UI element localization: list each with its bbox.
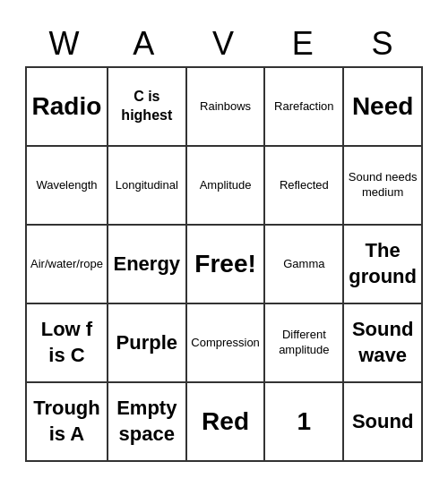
table-row: Radio (27, 68, 108, 147)
table-row: Red (187, 383, 266, 462)
table-row: 1 (265, 383, 344, 462)
header-letter: V (185, 25, 264, 63)
table-row: Empty space (108, 383, 187, 462)
header-letter: A (105, 25, 185, 63)
bingo-card: WAVES RadioC is highestRainbowsRarefacti… (18, 18, 430, 469)
bingo-header: WAVES (25, 25, 423, 63)
table-row: The ground (344, 226, 423, 304)
header-letter: W (25, 25, 105, 63)
table-row: Purple (108, 304, 187, 383)
table-row: Wavelength (27, 147, 108, 226)
table-row: Rarefaction (265, 68, 344, 147)
table-row: Different amplitude (265, 304, 344, 383)
table-row: Free! (187, 226, 266, 304)
bingo-grid: RadioC is highestRainbowsRarefactionNeed… (25, 66, 423, 462)
table-row: Energy (108, 226, 187, 304)
table-row: C is highest (108, 68, 187, 147)
table-row: Sound wave (344, 304, 423, 383)
table-row: Compression (187, 304, 266, 383)
table-row: Low f is C (27, 304, 108, 383)
header-letter: S (343, 25, 423, 63)
header-letter: E (263, 25, 343, 63)
table-row: Rainbows (187, 68, 266, 147)
table-row: Longitudinal (108, 147, 187, 226)
table-row: Need (344, 68, 423, 147)
table-row: Amplitude (187, 147, 266, 226)
table-row: Gamma (265, 226, 344, 304)
table-row: Sound needs medium (344, 147, 423, 226)
table-row: Sound (344, 383, 423, 462)
table-row: Trough is A (27, 383, 108, 462)
table-row: Reflected (265, 147, 344, 226)
table-row: Air/water/rope (27, 226, 108, 304)
